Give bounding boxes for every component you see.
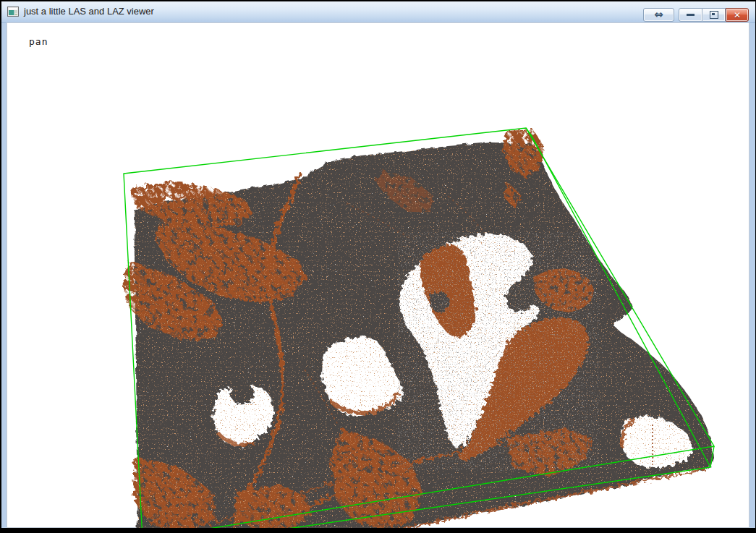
close-button[interactable]: ✕ [726, 8, 749, 22]
minimize-icon [687, 14, 695, 16]
maximize-button[interactable] [702, 8, 726, 22]
maximize-icon [710, 11, 718, 19]
window-controls: ⇔ ✕ [643, 8, 749, 22]
horizontal-resize-icon: ⇔ [654, 9, 663, 20]
titlebar[interactable]: just a little LAS and LAZ viewer ⇔ ✕ [1, 1, 755, 23]
horizontal-resize-button[interactable]: ⇔ [643, 8, 674, 22]
screenshot-background: just a little LAS and LAZ viewer ⇔ ✕ [0, 0, 756, 533]
viewer-window: just a little LAS and LAZ viewer ⇔ ✕ [1, 1, 755, 528]
lidar-pointcloud-render [7, 22, 749, 528]
pointcloud-viewport[interactable]: pan [7, 22, 749, 528]
application-window-icon[interactable] [7, 6, 20, 17]
interaction-mode-label: pan [29, 36, 48, 47]
pointcloud-layer [115, 124, 723, 528]
point-speckle-noise [115, 124, 723, 528]
window-title: just a little LAS and LAZ viewer [24, 6, 154, 17]
minimize-button[interactable] [679, 8, 702, 22]
close-icon: ✕ [734, 10, 741, 20]
